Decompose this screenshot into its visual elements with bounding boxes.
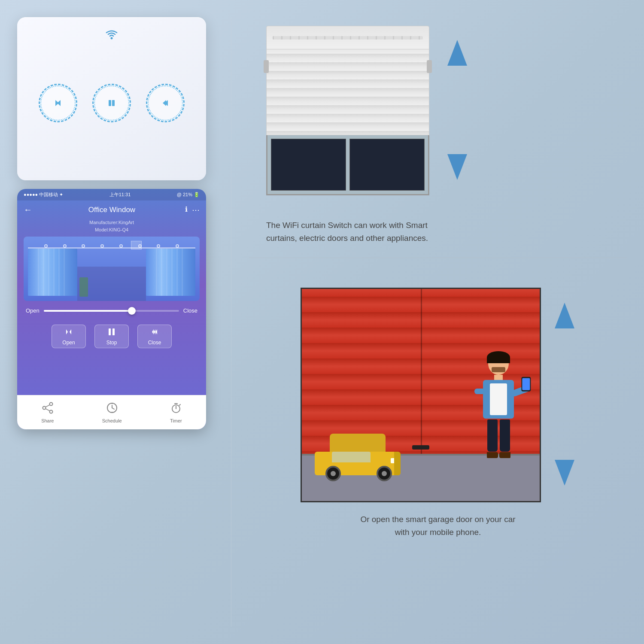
garage-arrows (554, 288, 575, 502)
svg-line-27 (179, 404, 180, 405)
svg-marker-28 (447, 40, 467, 66)
svg-marker-8 (70, 329, 71, 334)
model-text: Model:KING-Q4 (17, 226, 206, 234)
back-button[interactable]: ← (24, 205, 32, 215)
window-pane-left (271, 139, 346, 191)
schedule-icon (106, 402, 118, 416)
open-icon (63, 327, 75, 338)
stop-label: Stop (106, 340, 117, 346)
svg-line-18 (46, 409, 50, 411)
svg-marker-29 (447, 154, 467, 180)
header-icons: ℹ ⋯ (185, 205, 200, 215)
svg-rect-3 (109, 100, 111, 106)
switch-open-button[interactable] (39, 84, 77, 122)
app-stop-button[interactable]: Stop (94, 325, 129, 348)
app-header: ← Office Window ℹ ⋯ (17, 200, 206, 219)
wifi-icon (106, 30, 118, 42)
curtain-left (28, 249, 77, 296)
svg-marker-12 (154, 329, 155, 334)
switch-close-button[interactable] (146, 84, 185, 122)
open-label: Open (62, 340, 75, 346)
svg-point-16 (49, 410, 52, 413)
right-divider (249, 258, 627, 258)
slider-track[interactable] (44, 310, 179, 312)
manufacturer-text: Manufacturer:KingArt (17, 219, 206, 226)
schedule-label: Schedule (102, 418, 122, 423)
svg-point-0 (111, 37, 113, 39)
phone-status-bar: ●●●●● 中国移动 ✦ 上午11:31 @ 21% 🔋 (17, 189, 206, 200)
nav-timer[interactable]: Timer (170, 402, 182, 423)
svg-marker-31 (555, 460, 574, 486)
more-icon[interactable]: ⋯ (192, 205, 200, 215)
timer-icon (170, 402, 182, 416)
svg-marker-6 (164, 100, 168, 106)
garage-desc-line2: with your mobile phone. (360, 526, 515, 539)
window-arrows (447, 29, 468, 192)
slider-open-label: Open (26, 307, 39, 314)
app-open-button[interactable]: Open (52, 325, 86, 348)
share-icon (42, 402, 54, 416)
app-close-button[interactable]: Close (137, 325, 172, 348)
nav-share[interactable]: Share (41, 402, 54, 423)
window-illustration (266, 26, 429, 195)
garage-content (301, 288, 575, 502)
description-line2: curtains, electric doors and other appli… (266, 232, 428, 245)
slider-thumb[interactable] (128, 307, 136, 315)
right-top-description: The WiFi curtain Switch can work with Sm… (266, 219, 428, 245)
close-icon (149, 327, 161, 338)
info-icon[interactable]: ℹ (185, 205, 188, 215)
svg-line-21 (112, 408, 114, 409)
svg-marker-2 (55, 100, 59, 106)
svg-marker-13 (155, 329, 157, 334)
app-title: Office Window (39, 206, 185, 214)
nav-schedule[interactable]: Schedule (102, 402, 122, 423)
svg-marker-5 (163, 100, 166, 106)
garage-description: Or open the smart garage door on your ca… (360, 513, 515, 539)
phone-app-panel: ●●●●● 中国移动 ✦ 上午11:31 @ 21% 🔋 ← Office Wi… (17, 189, 206, 429)
window-frame (266, 135, 429, 195)
garage-illustration (301, 288, 541, 502)
svg-point-15 (43, 406, 46, 409)
curtain-visualization (24, 237, 200, 301)
window-pane-right (349, 139, 425, 191)
person-figure (483, 352, 514, 458)
svg-rect-9 (109, 328, 111, 335)
time-text: 上午11:31 (109, 191, 131, 198)
svg-rect-10 (112, 328, 115, 335)
svg-line-17 (46, 405, 50, 407)
svg-marker-7 (66, 329, 68, 334)
carrier-text: ●●●●● 中国移动 ✦ (24, 191, 63, 198)
share-label: Share (41, 418, 54, 423)
svg-marker-11 (152, 329, 154, 334)
description-line1: The WiFi curtain Switch can work with Sm… (266, 219, 428, 232)
control-buttons: Open Stop Close (17, 320, 206, 352)
svg-rect-4 (112, 100, 115, 106)
svg-marker-30 (555, 303, 574, 328)
car (315, 452, 401, 475)
curtain-slider[interactable]: Open Close (17, 301, 206, 320)
garage-arrow-down-icon (554, 458, 575, 489)
arrow-down-icon (447, 152, 468, 184)
slider-fill (44, 310, 132, 312)
stop-icon (107, 327, 116, 338)
switch-stop-button[interactable] (92, 84, 131, 122)
window-section (266, 26, 468, 195)
garage-section: Or open the smart garage door on your ca… (249, 275, 627, 635)
smart-switch-panel (17, 17, 206, 180)
slider-close-label: Close (183, 307, 197, 314)
arrow-up-icon (447, 38, 468, 70)
shutter-slats (266, 49, 429, 135)
phone-bottom-nav: Share Schedule (17, 395, 206, 429)
svg-point-14 (49, 402, 52, 405)
battery-text: @ 21% 🔋 (177, 192, 200, 197)
svg-marker-1 (57, 100, 61, 106)
garage-desc-line1: Or open the smart garage door on your ca… (360, 513, 515, 526)
switch-buttons-row (39, 84, 185, 122)
vertical-divider (231, 17, 231, 627)
timer-label: Timer (170, 418, 182, 423)
close-label: Close (148, 340, 161, 346)
manufacturer-info: Manufacturer:KingArt Model:KING-Q4 (17, 219, 206, 237)
shutter-box (266, 26, 429, 49)
curtain-right (146, 249, 195, 296)
garage-arrow-up-icon (554, 301, 575, 332)
